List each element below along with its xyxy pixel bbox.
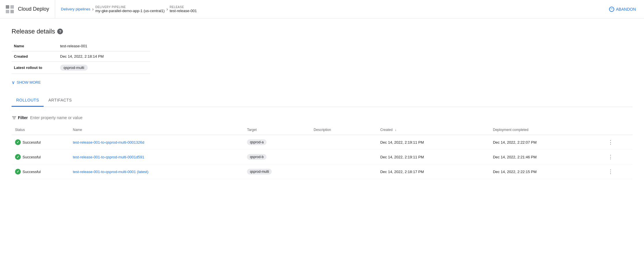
cell-actions-2: ⋮ bbox=[602, 164, 632, 179]
breadcrumb: Delivery pipelines › DELIVERY PIPELINE m… bbox=[55, 4, 639, 14]
filter-bar: Filter bbox=[12, 113, 632, 123]
svg-rect-1 bbox=[10, 5, 14, 9]
cell-status-0: Successful bbox=[12, 135, 69, 150]
page-title: Release details bbox=[12, 28, 55, 35]
release-section-label: RELEASE bbox=[170, 5, 197, 9]
table-row: Successfultest-release-001-to-qsprod-mul… bbox=[12, 135, 632, 150]
cell-deployment-1: Dec 14, 2022, 2:21:46 PM bbox=[489, 150, 602, 164]
pipeline-section-label: DELIVERY PIPELINE bbox=[95, 5, 165, 9]
cell-description-0 bbox=[310, 135, 377, 150]
rollout-chip: qsprod-multi bbox=[60, 65, 88, 71]
col-header-status: Status bbox=[12, 125, 69, 135]
table-row: Successfultest-release-001-to-qsprod-mul… bbox=[12, 164, 632, 179]
cell-target-1: qsprod-b bbox=[243, 150, 310, 164]
col-header-created[interactable]: Created ↓ bbox=[377, 125, 489, 135]
status-success-icon bbox=[15, 154, 21, 160]
breadcrumb-sep-2: › bbox=[166, 7, 168, 12]
main-content: Release details ? Name test-release-001 … bbox=[0, 18, 644, 188]
pipeline-section-value: my-gke-parallel-demo-app-1 (us-central1) bbox=[95, 9, 165, 13]
col-header-target: Target bbox=[243, 125, 310, 135]
row-more-button[interactable]: ⋮ bbox=[606, 168, 616, 175]
created-value: Dec 14, 2022, 2:18:14 PM bbox=[58, 51, 150, 62]
table-header-row: Status Name Target Description Created ↓… bbox=[12, 125, 632, 135]
rollout-name-link[interactable]: test-release-001-to-qsprod-multi-0001d59… bbox=[73, 155, 144, 159]
abandon-icon bbox=[609, 7, 614, 12]
target-chip: qsprod-a bbox=[247, 139, 266, 145]
show-more-button[interactable]: ∨ SHOW MORE bbox=[12, 78, 41, 86]
col-header-actions bbox=[602, 125, 632, 135]
tab-rollouts[interactable]: ROLLOUTS bbox=[12, 94, 44, 107]
rollout-name-link[interactable]: test-release-001-to-qsprod-multi-0001326… bbox=[73, 140, 144, 145]
col-header-name: Name bbox=[69, 125, 243, 135]
target-chip: qsprod-multi bbox=[247, 169, 272, 175]
status-success-icon bbox=[15, 169, 21, 175]
cloud-deploy-logo-icon bbox=[5, 4, 15, 14]
details-row-name: Name test-release-001 bbox=[12, 41, 150, 51]
created-label: Created bbox=[12, 51, 58, 62]
target-chip: qsprod-b bbox=[247, 154, 266, 160]
logo-area: Cloud Deploy bbox=[5, 0, 55, 18]
sort-icon: ↓ bbox=[395, 128, 397, 132]
cell-target-0: qsprod-a bbox=[243, 135, 310, 150]
breadcrumb-release-section: RELEASE test-release-001 bbox=[170, 5, 197, 13]
name-value: test-release-001 bbox=[58, 41, 150, 51]
cell-status-2: Successful bbox=[12, 164, 69, 179]
cell-name-0: test-release-001-to-qsprod-multi-0001326… bbox=[69, 135, 243, 150]
chevron-down-icon: ∨ bbox=[12, 80, 15, 85]
breadcrumb-sep-1: › bbox=[92, 7, 94, 12]
breadcrumb-pipelines-link[interactable]: Delivery pipelines bbox=[61, 7, 90, 11]
cell-created-1: Dec 14, 2022, 2:19:11 PM bbox=[377, 150, 489, 164]
rollout-name-link[interactable]: test-release-001-to-qsprod-multi-0001 (l… bbox=[73, 170, 148, 174]
app-title: Cloud Deploy bbox=[18, 6, 49, 12]
cell-description-1 bbox=[310, 150, 377, 164]
tabs-bar: ROLLOUTS ARTIFACTS bbox=[12, 94, 632, 107]
abandon-button[interactable]: ABANDON bbox=[606, 4, 639, 14]
filter-icon-wrapper: Filter bbox=[12, 115, 28, 120]
status-label: Successful bbox=[23, 170, 41, 174]
col-header-deployment: Deployment completed bbox=[489, 125, 602, 135]
filter-label: Filter bbox=[18, 115, 28, 120]
svg-rect-0 bbox=[6, 5, 9, 9]
rollout-label: Latest rollout to bbox=[12, 62, 58, 74]
cell-deployment-2: Dec 14, 2022, 2:22:15 PM bbox=[489, 164, 602, 179]
show-more-label: SHOW MORE bbox=[17, 80, 41, 85]
cell-target-2: qsprod-multi bbox=[243, 164, 310, 179]
rollout-value: qsprod-multi bbox=[58, 62, 150, 74]
svg-rect-2 bbox=[6, 10, 9, 13]
app-header: Cloud Deploy Delivery pipelines › DELIVE… bbox=[0, 0, 644, 18]
cell-deployment-0: Dec 14, 2022, 2:22:07 PM bbox=[489, 135, 602, 150]
cell-description-2 bbox=[310, 164, 377, 179]
cell-created-2: Dec 14, 2022, 2:18:17 PM bbox=[377, 164, 489, 179]
details-row-rollout: Latest rollout to qsprod-multi bbox=[12, 62, 150, 74]
filter-input[interactable] bbox=[30, 115, 632, 120]
table-row: Successfultest-release-001-to-qsprod-mul… bbox=[12, 150, 632, 164]
cell-name-2: test-release-001-to-qsprod-multi-0001 (l… bbox=[69, 164, 243, 179]
col-header-description: Description bbox=[310, 125, 377, 135]
status-label: Successful bbox=[23, 140, 41, 145]
row-more-button[interactable]: ⋮ bbox=[606, 138, 616, 146]
cell-status-1: Successful bbox=[12, 150, 69, 164]
details-row-created: Created Dec 14, 2022, 2:18:14 PM bbox=[12, 51, 150, 62]
cell-actions-0: ⋮ bbox=[602, 135, 632, 150]
filter-icon bbox=[12, 115, 17, 120]
tab-artifacts[interactable]: ARTIFACTS bbox=[44, 94, 76, 107]
details-table: Name test-release-001 Created Dec 14, 20… bbox=[12, 41, 150, 74]
cell-name-1: test-release-001-to-qsprod-multi-0001d59… bbox=[69, 150, 243, 164]
row-more-button[interactable]: ⋮ bbox=[606, 153, 616, 161]
section-title-area: Release details ? bbox=[12, 28, 632, 35]
cell-actions-1: ⋮ bbox=[602, 150, 632, 164]
help-icon[interactable]: ? bbox=[57, 29, 63, 34]
svg-rect-3 bbox=[10, 10, 14, 13]
abandon-label: ABANDON bbox=[616, 7, 636, 12]
name-label: Name bbox=[12, 41, 58, 51]
rollouts-table: Status Name Target Description Created ↓… bbox=[12, 125, 632, 179]
cell-created-0: Dec 14, 2022, 2:19:11 PM bbox=[377, 135, 489, 150]
status-label: Successful bbox=[23, 155, 41, 159]
release-section-value: test-release-001 bbox=[170, 9, 197, 13]
status-success-icon bbox=[15, 139, 21, 145]
breadcrumb-pipeline-section: DELIVERY PIPELINE my-gke-parallel-demo-a… bbox=[95, 5, 165, 13]
